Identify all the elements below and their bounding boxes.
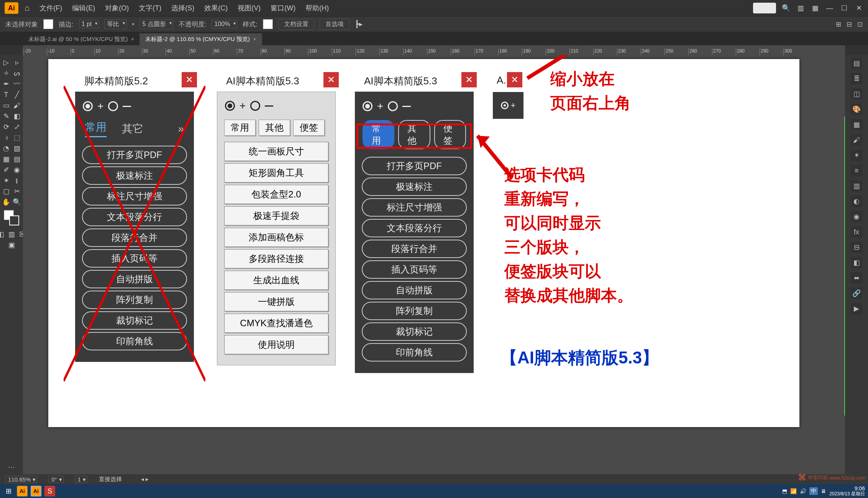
home-icon[interactable]: ⌂ [25, 3, 30, 13]
brush-dropdown[interactable]: 5 点圆形 [139, 20, 173, 29]
swatches-panel-icon[interactable]: ▦ [851, 119, 862, 130]
start-button[interactable]: ⊞ [3, 486, 14, 496]
appearance-panel-icon[interactable]: ◉ [851, 211, 862, 222]
rect-tool-icon[interactable]: ▭ [1, 100, 11, 110]
gradient-tool-icon[interactable]: ▤ [12, 154, 22, 164]
properties-panel-icon[interactable]: ▤ [851, 58, 862, 69]
shape-builder-icon[interactable]: ◔ [1, 143, 11, 153]
pen-tool-icon[interactable]: ✒ [1, 79, 11, 89]
transform-panel-icon[interactable]: ⬌ [851, 272, 862, 284]
panel-53-dark-radio-row[interactable]: + [362, 98, 467, 118]
width-tool-icon[interactable]: ⫞ [1, 133, 11, 143]
type-tool-icon[interactable]: T [1, 90, 11, 100]
curve-tool-icon[interactable]: 〰 [12, 79, 22, 89]
script-button[interactable]: 统一画板尺寸 [224, 142, 328, 161]
menu-window[interactable]: 窗口(W) [267, 3, 299, 13]
zoom-dropdown[interactable]: 110.65% [5, 476, 37, 483]
align-panel-icon[interactable]: ⊟ [851, 242, 862, 253]
panel-53-light-close-button[interactable]: ✕ [323, 71, 340, 88]
artboard-tool-icon[interactable]: ▢ [1, 186, 11, 196]
script-button[interactable]: 打开多页PDF [362, 157, 467, 175]
clock[interactable]: 9:06 2023/8/13 星期日 [829, 486, 865, 497]
script-button[interactable]: 极速手提袋 [224, 206, 328, 225]
radio-on-icon[interactable] [363, 101, 372, 111]
radio-off-icon[interactable] [250, 101, 260, 111]
artboard-nav[interactable]: 1 [75, 476, 87, 483]
screen-mode-icon[interactable]: ▣ [7, 240, 16, 250]
tray-icon[interactable]: 🖥 [821, 488, 826, 494]
radio-on-icon[interactable] [501, 102, 509, 109]
stroke-weight-dropdown[interactable]: 1 pt [79, 20, 99, 28]
uniform-dropdown[interactable]: 等比 [104, 20, 126, 29]
script-button[interactable]: 阵列复制 [362, 302, 467, 320]
slice-tool-icon[interactable]: ✂ [12, 186, 22, 196]
expand-icon[interactable]: ⊡ [857, 20, 863, 28]
script-button[interactable]: 插入页码等 [362, 260, 467, 279]
eyedropper-icon[interactable]: ✐ [1, 165, 11, 175]
brush-tool-icon[interactable]: 🖌 [12, 100, 22, 110]
script-button[interactable]: 标注尺寸增强 [362, 198, 467, 217]
layers-panel-icon[interactable]: ≣ [851, 73, 862, 84]
taskbar-ai-2[interactable]: Ai [31, 486, 41, 496]
prefs-button[interactable]: 首选项 [320, 19, 349, 30]
arrange-icon[interactable]: ▥ [796, 3, 805, 13]
maximize-icon[interactable]: ☐ [840, 3, 849, 13]
wand-tool-icon[interactable]: ✧ [1, 68, 11, 78]
close-icon[interactable]: × [253, 36, 256, 42]
opacity-dropdown[interactable]: 100% [212, 20, 237, 28]
script-button[interactable]: 生成出血线 [224, 271, 328, 290]
perspective-icon[interactable]: ▨ [12, 143, 22, 153]
minimize-icon[interactable]: — [825, 3, 834, 13]
doc-tab-1[interactable]: 未标题-2.ai @ 50 % (CMYK/CPU 预览)× [23, 33, 140, 45]
blend-tool-icon[interactable]: ◉ [12, 165, 22, 175]
search-icon[interactable]: 🔍 [781, 3, 791, 13]
stroke-panel-icon[interactable]: ≡ [851, 165, 862, 176]
radio-off-icon[interactable] [388, 101, 398, 111]
zoom-tool-icon[interactable]: 🔍 [12, 197, 22, 207]
graphic-styles-icon[interactable]: fx [851, 226, 862, 238]
libraries-panel-icon[interactable]: ◫ [851, 88, 862, 100]
links-panel-icon[interactable]: 🔗 [851, 288, 862, 299]
script-button[interactable]: 包装盒型2.0 [224, 185, 328, 204]
menu-effect[interactable]: 效果(C) [200, 3, 231, 13]
shaper-tool-icon[interactable]: ✎ [1, 111, 11, 121]
title-search-box[interactable] [753, 3, 776, 13]
taskbar-ai-1[interactable]: Ai [17, 486, 28, 496]
menu-help[interactable]: 帮助(H) [302, 3, 333, 13]
script-button[interactable]: 一键拼版 [224, 292, 328, 311]
panel-53-dark-close-button[interactable]: ✕ [461, 71, 477, 88]
menu-file[interactable]: 文件(F) [36, 3, 66, 13]
symbols-panel-icon[interactable]: ✶ [851, 150, 862, 161]
doc-tab-2[interactable]: 未标题-2 @ 110.65 % (CMYK/CPU 预览)× [140, 33, 262, 45]
script-button[interactable]: 多段路径连接 [224, 249, 328, 268]
tab-notes[interactable]: 便签 [293, 120, 325, 136]
script-button[interactable]: 自动拼版 [362, 281, 467, 299]
script-button[interactable]: 印前角线 [362, 343, 467, 362]
eraser-tool-icon[interactable]: ◧ [12, 111, 22, 121]
snap2-icon[interactable]: ⊟ [847, 20, 852, 28]
script-button[interactable]: 文本段落分行 [362, 219, 467, 237]
close-icon[interactable]: ✕ [854, 3, 863, 13]
gradient-mode-icon[interactable]: ▥ [7, 229, 16, 239]
pathfinder-panel-icon[interactable]: ◧ [851, 257, 862, 268]
panel-53-light-radio-row[interactable]: + [224, 97, 328, 117]
selection-tool-icon[interactable]: ▷ [1, 58, 11, 67]
brushes-panel-icon[interactable]: 🖌 [851, 134, 862, 146]
tab-other[interactable]: 其他 [259, 120, 290, 136]
rotation-dropdown[interactable]: 0° [49, 476, 63, 483]
ime-indicator[interactable]: 中 [809, 487, 818, 495]
script-button[interactable]: CMYK查找潘通色 [224, 314, 328, 333]
free-tool-icon[interactable]: ⬚ [12, 133, 22, 143]
gradient-panel-icon[interactable]: ▥ [851, 180, 862, 192]
doc-setup-button[interactable]: 文档设置 [278, 19, 314, 30]
actions-panel-icon[interactable]: ▶ [851, 303, 862, 314]
rotate-tool-icon[interactable]: ⟳ [1, 122, 11, 132]
script-button[interactable]: 矩形圆角工具 [224, 163, 328, 182]
tab-common[interactable]: 常用 [224, 120, 256, 136]
transparency-panel-icon[interactable]: ◐ [851, 196, 862, 207]
script-button[interactable]: 添加画稿色标 [224, 228, 328, 247]
style-swatch[interactable] [263, 19, 273, 29]
tray-icon[interactable]: 📶 [790, 488, 797, 494]
menu-object[interactable]: 对象(O) [101, 3, 133, 13]
script-button[interactable]: 使用说明 [224, 335, 328, 354]
